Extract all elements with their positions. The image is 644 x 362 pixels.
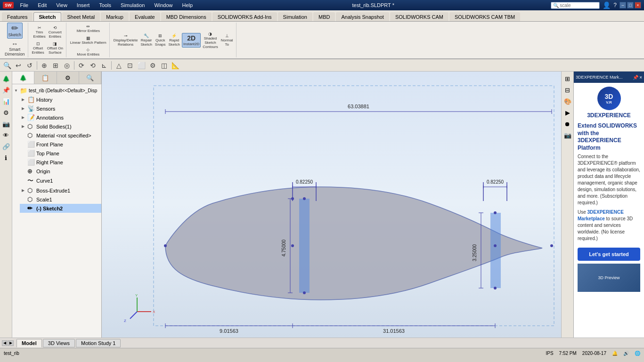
stb-ref[interactable]: ⊡	[125, 60, 135, 71]
maximize-button[interactable]: □	[627, 2, 634, 8]
tree-scale1[interactable]: ⬡ Scale1	[20, 195, 101, 204]
tab-next-arrow[interactable]: ▶	[8, 340, 14, 346]
menu-tools[interactable]: Tools	[96, 1, 114, 9]
rsi-arrow[interactable]: ▶	[562, 107, 573, 118]
rsi-record[interactable]: ⏺	[562, 119, 573, 129]
tab-features[interactable]: Features	[2, 12, 33, 21]
sketch-button[interactable]: ✏ Sketch	[7, 23, 23, 39]
tree-solid-bodies[interactable]: ▶ ⬡ Solid Bodies(1)	[20, 122, 101, 131]
tree-history[interactable]: ▶ 📋 History	[20, 95, 101, 104]
menu-simulation[interactable]: Simulation	[118, 1, 147, 9]
tree-sensors[interactable]: ▶ 📡 Sensors	[20, 104, 101, 113]
stb-snap[interactable]: ⬜	[136, 60, 147, 71]
fm-icon-view[interactable]: 👁	[1, 130, 11, 140]
tab-cam[interactable]: SOLIDWORKS CAM	[390, 12, 448, 21]
instant2d-button[interactable]: 2D Instant2D	[182, 33, 201, 48]
fm-tab-tree[interactable]: 🌲	[12, 72, 34, 84]
tree-curve1[interactable]: 〜 Curve1	[20, 176, 101, 186]
stb-hide[interactable]: ⊾	[99, 60, 109, 71]
rsi-shrink[interactable]: ⊟	[562, 85, 573, 95]
stb-view-orient[interactable]: ⊞	[50, 60, 61, 71]
tab-simulation[interactable]: Simulation	[278, 12, 312, 21]
fm-tab-properties[interactable]: 📋	[34, 72, 57, 84]
tree-right-plane[interactable]: ⬜ Right Plane	[20, 158, 101, 167]
fm-icon-info[interactable]: ℹ	[1, 153, 11, 163]
tab-markup[interactable]: Markup	[101, 12, 129, 21]
stb-config[interactable]: ⚙	[147, 60, 158, 71]
secondary-toolbar: 🔍 ↩ ↺ ⊕ ⊞ ◎ ⟳ ⟲ ⊾ △ ⊡ ⬜ ⚙ ◫ 📐	[0, 59, 644, 72]
offset-entities-button[interactable]: ⊡ OffsetEntities	[31, 40, 45, 56]
stb-display[interactable]: ◫	[159, 60, 169, 71]
move-entities-button[interactable]: ⊹ Move Entities	[76, 47, 100, 57]
tree-material[interactable]: ⬡ Material <not specified>	[20, 131, 101, 140]
fm-icon-chart[interactable]: 📊	[1, 96, 11, 106]
tab-model[interactable]: Model	[16, 339, 42, 347]
stb-view-render[interactable]: ⟲	[88, 60, 98, 71]
tab-sheet-metal[interactable]: Sheet Metal	[62, 12, 100, 21]
menu-help[interactable]: Help	[179, 1, 196, 9]
tab-mbd-dimensions[interactable]: MBD Dimensions	[161, 12, 212, 21]
tree-root[interactable]: ▼ 📁 test_rib (Default<<Default>_Disp	[12, 86, 101, 95]
trim-entities-button[interactable]: ✂ TrimEntities	[33, 24, 47, 40]
stb-rotate[interactable]: ◎	[62, 60, 72, 71]
rsi-expand[interactable]: ⊞	[562, 73, 573, 84]
repair-sketch-button[interactable]: 🔧 RepairSketch	[139, 32, 153, 48]
fm-icon-link[interactable]: 🔗	[1, 141, 11, 152]
tab-analysis[interactable]: Analysis Snapshot	[336, 12, 389, 21]
tab-motion-study[interactable]: Motion Study 1	[76, 339, 121, 347]
menu-view[interactable]: View	[53, 1, 70, 9]
canvas-area[interactable]: 63.03881 0.82250 0.82250	[102, 72, 561, 338]
stb-undo-button[interactable]: ↩	[13, 60, 24, 71]
menu-file[interactable]: File	[17, 1, 32, 9]
fm-icon-tree[interactable]: 🌲	[1, 73, 11, 84]
tree-origin[interactable]: ⊕ Origin	[20, 167, 101, 176]
tree-annotations[interactable]: ▶ 📝 Annotations	[20, 113, 101, 122]
stb-section-view[interactable]: ⟳	[76, 60, 87, 71]
svg-text:Z: Z	[124, 319, 126, 323]
fm-icon-settings[interactable]: ⚙	[1, 107, 11, 118]
mirror-entities-button[interactable]: ⇔ Mirror Entities	[76, 23, 101, 34]
offset-surface-button[interactable]: ◨ Offset OnSurface	[46, 40, 64, 56]
fm-icon-camera[interactable]: 📷	[1, 119, 11, 129]
stb-zoom-button[interactable]: 🔍	[2, 60, 12, 71]
tab-cam-tbm[interactable]: SOLIDWORKS CAM TBM	[449, 12, 520, 21]
close-button[interactable]: ×	[635, 2, 641, 8]
normal-to-button[interactable]: ⊥ NormalTo	[220, 32, 234, 48]
feature-tree-panel: 🌲 📋 ⚙ 🔍 ▼ 📁 test_rib (Default<<Default>_…	[12, 72, 102, 338]
tree-top-plane[interactable]: ⬜ Top Plane	[20, 149, 101, 158]
tab-prev-arrow[interactable]: ◀	[2, 340, 8, 346]
quick-snaps-button[interactable]: ⊞ QuickSnaps	[154, 32, 167, 48]
rapid-sketch-button[interactable]: ⚡ RapidSketch	[168, 32, 181, 48]
tab-mbd[interactable]: MBD	[313, 12, 335, 21]
panel-pin-icon[interactable]: 📌	[633, 75, 638, 80]
display-delete-button[interactable]: ⊸ Display/DeleteRelations	[113, 32, 139, 48]
user-icon[interactable]: 👤	[603, 1, 611, 9]
menu-insert[interactable]: Insert	[74, 1, 93, 9]
stb-filter[interactable]: △	[114, 60, 124, 71]
rsi-camera[interactable]: 📷	[562, 130, 573, 140]
menu-edit[interactable]: Edit	[35, 1, 49, 9]
fm-tab-config[interactable]: ⚙	[57, 72, 79, 84]
stb-zoom-fit[interactable]: ⊕	[39, 60, 49, 71]
fm-icon-pin[interactable]: 📌	[1, 85, 11, 95]
tab-solidworks-addins[interactable]: SOLIDWORKS Add-Ins	[212, 12, 277, 21]
fm-tab-search[interactable]: 🔍	[79, 72, 101, 84]
menu-window[interactable]: Window	[151, 1, 175, 9]
rsi-palette[interactable]: 🎨	[562, 96, 573, 106]
search-input[interactable]	[560, 3, 597, 8]
shaded-sketch-button[interactable]: ◑ ShadedSketchContours	[202, 31, 219, 50]
stb-redo-button[interactable]: ↺	[24, 60, 35, 71]
tree-boss-extrude[interactable]: ▶ ⬡ Boss-Extrude1	[20, 186, 101, 195]
minimize-button[interactable]: –	[620, 2, 626, 8]
convert-entities-button[interactable]: ⟲ ConvertEntities	[48, 24, 63, 40]
stb-measure[interactable]: 📐	[170, 60, 180, 71]
tab-3d-views[interactable]: 3D Views	[43, 339, 75, 347]
tab-evaluate[interactable]: Evaluate	[130, 12, 160, 21]
tree-sketch2[interactable]: ✏ (-) Sketch2	[20, 204, 101, 213]
tree-front-plane[interactable]: ⬜ Front Plane	[20, 140, 101, 149]
exp-cta-button[interactable]: Let's get started	[578, 248, 640, 261]
smart-dimension-button[interactable]: ↔ SmartDimension	[4, 40, 26, 57]
help-icon[interactable]: ?	[613, 2, 617, 8]
tab-sketch[interactable]: Sketch	[33, 12, 61, 21]
linear-sketch-button[interactable]: ▦ Linear Sketch Pattern	[69, 35, 107, 46]
